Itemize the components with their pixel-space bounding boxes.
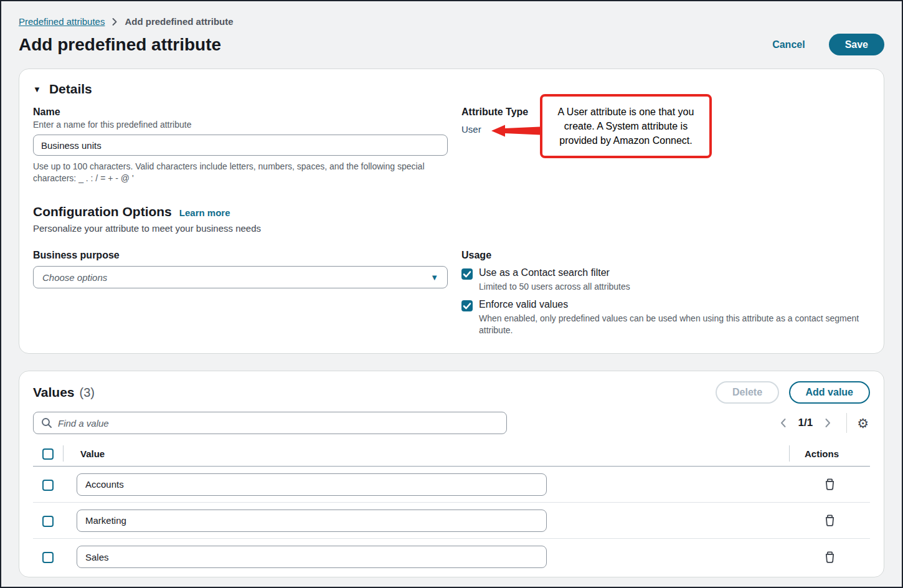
details-row-config: Business purpose Choose options ▼ Usage … bbox=[33, 250, 870, 336]
table-row bbox=[33, 503, 870, 539]
caret-down-icon: ▼ bbox=[33, 85, 41, 93]
delete-row-button[interactable] bbox=[823, 513, 837, 528]
annotation-callout: A User attribute is one that you create.… bbox=[540, 94, 712, 158]
page-indicator: 1/1 bbox=[798, 417, 813, 429]
configuration-options-description: Personalize your attribute to meet your … bbox=[33, 223, 870, 234]
name-description: Enter a name for this predefined attribu… bbox=[33, 120, 448, 130]
enforce-valid-values-checkbox[interactable] bbox=[461, 300, 473, 311]
values-count-badge: (3) bbox=[80, 386, 95, 400]
trash-icon bbox=[825, 514, 835, 526]
row-checkbox[interactable] bbox=[42, 516, 54, 527]
name-constraint-text: Use up to 100 characters. Valid characte… bbox=[33, 161, 444, 184]
values-toolbar: 1/1 ⚙ bbox=[33, 412, 870, 434]
trash-icon bbox=[825, 551, 835, 563]
usage-label: Usage bbox=[461, 250, 870, 261]
pagination: 1/1 ⚙ bbox=[776, 413, 870, 433]
details-row-name: Name Enter a name for this predefined at… bbox=[33, 107, 870, 184]
name-field-group: Name Enter a name for this predefined at… bbox=[33, 107, 448, 184]
usage-option-contact-search: Use as a Contact search filter Limited t… bbox=[461, 267, 870, 293]
save-button[interactable]: Save bbox=[829, 34, 884, 55]
usage-option-enforce-valid: Enforce valid values When enabled, only … bbox=[461, 299, 870, 336]
values-card: Values (3) Delete Add value bbox=[19, 371, 884, 577]
search-icon bbox=[41, 417, 52, 429]
divider bbox=[789, 445, 790, 462]
chevron-right-icon bbox=[111, 17, 118, 26]
chevron-down-icon: ▼ bbox=[430, 273, 438, 282]
details-section-title: Details bbox=[49, 82, 92, 97]
business-purpose-label: Business purpose bbox=[33, 250, 448, 261]
business-purpose-group: Business purpose Choose options ▼ bbox=[33, 250, 448, 336]
details-section-toggle[interactable]: ▼ Details bbox=[33, 82, 870, 97]
delete-button[interactable]: Delete bbox=[716, 381, 779, 404]
configuration-options-header: Configuration Options Learn more bbox=[33, 204, 870, 219]
page-title: Add predefined attribute bbox=[19, 35, 221, 55]
select-all-checkbox[interactable] bbox=[42, 448, 54, 460]
enforce-valid-values-label: Enforce valid values bbox=[479, 299, 870, 310]
value-column-header: Value bbox=[64, 448, 105, 459]
business-purpose-placeholder: Choose options bbox=[42, 272, 107, 283]
value-input[interactable] bbox=[77, 510, 547, 532]
values-actions: Delete Add value bbox=[716, 381, 870, 404]
chevron-right-icon bbox=[824, 418, 831, 428]
breadcrumb-current: Add predefined attribute bbox=[125, 16, 233, 27]
checkmark-icon bbox=[461, 300, 473, 311]
values-table: Value Actions bbox=[33, 441, 870, 575]
usage-group: Usage Use as a Contact search filter Lim… bbox=[461, 250, 870, 336]
name-input[interactable] bbox=[33, 135, 448, 156]
divider bbox=[846, 413, 847, 433]
add-value-button[interactable]: Add value bbox=[789, 381, 870, 404]
previous-page-button[interactable] bbox=[776, 415, 791, 430]
delete-row-button[interactable] bbox=[823, 477, 837, 492]
business-purpose-select[interactable]: Choose options ▼ bbox=[33, 266, 448, 288]
cancel-button[interactable]: Cancel bbox=[772, 39, 805, 50]
header-actions: Cancel Save bbox=[772, 34, 884, 55]
app-window: Predefined attributes Add predefined att… bbox=[0, 0, 903, 588]
chevron-left-icon bbox=[780, 418, 787, 428]
configuration-options-title: Configuration Options bbox=[33, 204, 172, 219]
contact-search-filter-description: Limited to 50 users across all attribute… bbox=[479, 281, 630, 293]
value-input[interactable] bbox=[77, 473, 547, 496]
red-arrow-icon bbox=[490, 123, 541, 139]
value-search-box bbox=[33, 412, 507, 434]
table-row bbox=[33, 539, 870, 575]
settings-gear-icon[interactable]: ⚙ bbox=[856, 415, 870, 431]
values-header: Values (3) Delete Add value bbox=[33, 381, 870, 404]
row-checkbox[interactable] bbox=[42, 480, 54, 491]
enforce-valid-values-description: When enabled, only predefined values can… bbox=[479, 313, 870, 336]
breadcrumb-link-predefined-attributes[interactable]: Predefined attributes bbox=[19, 16, 105, 27]
details-card: ▼ Details Name Enter a name for this pre… bbox=[19, 69, 884, 354]
row-checkbox[interactable] bbox=[42, 552, 54, 563]
learn-more-link[interactable]: Learn more bbox=[179, 207, 230, 218]
checkmark-icon bbox=[461, 268, 473, 280]
delete-row-button[interactable] bbox=[823, 549, 837, 565]
actions-column-header: Actions bbox=[805, 448, 839, 459]
value-input[interactable] bbox=[77, 546, 547, 568]
contact-search-filter-checkbox[interactable] bbox=[461, 268, 473, 280]
table-row bbox=[33, 467, 870, 503]
trash-icon bbox=[825, 478, 835, 490]
name-label: Name bbox=[33, 107, 448, 118]
next-page-button[interactable] bbox=[820, 415, 835, 430]
breadcrumb: Predefined attributes Add predefined att… bbox=[19, 1, 884, 27]
page-header: Add predefined attribute Cancel Save bbox=[19, 34, 884, 55]
table-header-row: Value Actions bbox=[33, 441, 870, 467]
values-title: Values bbox=[33, 385, 75, 400]
contact-search-filter-label: Use as a Contact search filter bbox=[479, 267, 630, 278]
value-search-input[interactable] bbox=[58, 418, 499, 429]
